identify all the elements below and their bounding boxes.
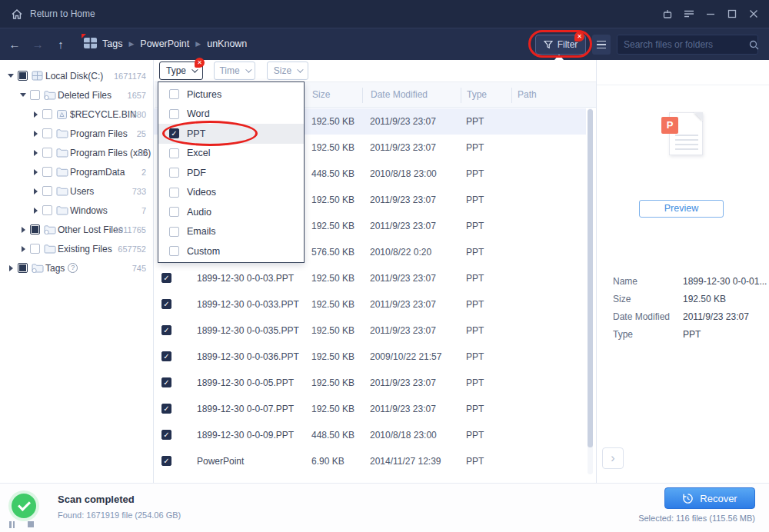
column-header-date-modified[interactable]: Date Modified [371, 89, 428, 100]
sidebar-item-tags[interactable]: Tags ? 745 [0, 258, 154, 278]
option-checkbox[interactable] [169, 227, 179, 237]
filter-clear-badge[interactable]: ✕ [574, 32, 584, 42]
filter-option-audio[interactable]: Audio [158, 202, 304, 222]
row-checkbox[interactable] [161, 456, 171, 466]
table-row[interactable]: 1899-12-30 0-0-09.PPT 448.50 KB 2010/8/1… [154, 422, 586, 448]
sidebar-item-program-files[interactable]: Program Files 25 [0, 124, 154, 143]
table-row[interactable]: 1899-12-30 0-0-03.PPT 192.50 KB 2011/9/2… [154, 265, 586, 291]
sidebar-item-deleted-files[interactable]: Deleted Files 1657 [0, 85, 154, 105]
sidebar-item-recycle-bin[interactable]: $RECYCLE.BIN 880 [0, 105, 154, 124]
breadcrumb-tags[interactable]: Tags [102, 38, 122, 49]
minimize-icon[interactable] [701, 5, 720, 23]
breadcrumb-unknown[interactable]: unKnown [207, 38, 247, 49]
size-filter-dropdown[interactable]: Size [267, 62, 308, 80]
table-row[interactable]: PowerPoint 6.90 KB 2014/11/27 12:39 PPT [154, 448, 586, 474]
option-checkbox[interactable] [169, 188, 179, 198]
sidebar-item-local-disk-c[interactable]: Local Disk(C:) 1671174 [0, 66, 154, 85]
column-header-type[interactable]: Type [467, 89, 487, 100]
table-row[interactable]: 1899-12-30 0-0-035.PPT 192.50 KB 2011/9/… [154, 318, 586, 344]
table-row[interactable]: 1899-12-30 0-0-05.PPT 192.50 KB 2011/9/2… [154, 370, 586, 396]
option-checkbox[interactable] [169, 128, 179, 138]
table-row[interactable]: 1899-12-30 0-0-036.PPT 192.50 KB 2009/10… [154, 344, 586, 370]
tree-checkbox[interactable] [18, 71, 28, 81]
expand-caret-icon[interactable] [31, 169, 40, 175]
tree-checkbox[interactable] [30, 224, 40, 234]
option-checkbox[interactable] [169, 109, 179, 119]
filter-option-custom[interactable]: Custom [158, 241, 304, 261]
expand-caret-icon[interactable] [18, 246, 28, 252]
option-checkbox[interactable] [169, 246, 179, 256]
expand-caret-icon[interactable] [31, 111, 40, 118]
tree-checkbox[interactable] [42, 148, 52, 158]
tree-checkbox[interactable] [42, 205, 52, 215]
sidebar-item-windows[interactable]: Windows 7 [0, 201, 154, 220]
sidebar-item-programdata[interactable]: ProgramData 2 [0, 162, 154, 181]
expand-caret-icon[interactable] [31, 131, 40, 137]
table-row[interactable]: 1899-12-30 0-0-033.PPT 192.50 KB 2011/9/… [154, 291, 586, 318]
time-filter-dropdown[interactable]: Time [214, 62, 255, 80]
tree-checkbox[interactable] [42, 186, 52, 196]
tree-checkbox[interactable] [42, 128, 52, 138]
next-page-button[interactable]: › [602, 447, 624, 469]
tree-checkbox[interactable] [42, 167, 52, 177]
pause-scan-icon[interactable] [9, 521, 15, 528]
filter-option-ppt[interactable]: PPT [158, 124, 304, 144]
collapse-caret-icon[interactable] [18, 93, 28, 97]
forward-arrow-icon[interactable]: → [29, 35, 46, 54]
filter-option-videos[interactable]: Videos [158, 183, 304, 203]
filter-option-emails[interactable]: Emails [158, 222, 304, 242]
menu-icon[interactable] [680, 5, 698, 23]
option-checkbox[interactable] [169, 207, 179, 217]
tree-checkbox[interactable] [30, 90, 40, 100]
maximize-icon[interactable] [723, 5, 741, 23]
selected-files-summary: Selected: 116 files (115.56 MB) [601, 514, 755, 523]
row-checkbox[interactable] [161, 351, 171, 361]
option-checkbox[interactable] [169, 148, 179, 158]
sidebar-item-existing-files[interactable]: Existing Files 657752 [0, 239, 154, 258]
return-home-button[interactable]: Return to Home [0, 8, 95, 20]
expand-caret-icon[interactable] [31, 208, 40, 214]
column-header-path[interactable]: Path [518, 89, 537, 100]
recover-button[interactable]: Recover [664, 487, 755, 509]
tree-label: ProgramData [70, 167, 125, 178]
stop-scan-icon[interactable] [28, 521, 34, 527]
search-input[interactable] [618, 39, 749, 50]
help-icon[interactable]: ? [68, 263, 78, 273]
row-checkbox[interactable] [161, 299, 171, 309]
column-header-size[interactable]: Size [312, 89, 330, 100]
preview-button[interactable]: Preview [639, 200, 724, 218]
breadcrumb-powerpoint[interactable]: PowerPoint [140, 38, 189, 49]
filter-option-pdf[interactable]: PDF [158, 163, 304, 183]
row-checkbox[interactable] [161, 377, 171, 387]
feedback-box-icon[interactable] [658, 5, 677, 23]
scrollbar-thumb[interactable] [588, 109, 593, 447]
row-checkbox[interactable] [161, 404, 171, 414]
expand-caret-icon[interactable] [31, 150, 40, 156]
option-checkbox[interactable] [169, 89, 179, 99]
search-icon[interactable] [749, 40, 765, 50]
sidebar-item-other-lost-files[interactable]: Other Lost Files 1011765 [0, 220, 154, 239]
option-checkbox[interactable] [169, 168, 179, 178]
close-icon[interactable] [744, 5, 763, 23]
row-checkbox[interactable] [161, 273, 171, 283]
sidebar-item-program-files-x86[interactable]: Program Files (x86) 10 [0, 143, 154, 162]
expand-caret-icon[interactable] [31, 188, 40, 195]
tree-checkbox[interactable] [30, 244, 40, 254]
filter-option-pictures[interactable]: Pictures [158, 85, 304, 105]
view-options-button[interactable] [592, 35, 611, 55]
table-row[interactable]: 1899-12-30 0-0-07.PPT 192.50 KB 2011/9/2… [154, 396, 586, 422]
tree-checkbox[interactable] [18, 263, 28, 273]
filter-option-excel[interactable]: Excel [158, 144, 304, 164]
filter-option-word[interactable]: Word [158, 105, 304, 125]
expand-caret-icon[interactable] [18, 227, 28, 233]
back-arrow-icon[interactable]: ← [6, 35, 23, 54]
up-arrow-icon[interactable]: ↑ [52, 35, 69, 54]
row-checkbox[interactable] [161, 325, 171, 335]
sidebar-item-users[interactable]: Users 733 [0, 181, 154, 201]
table-scrollbar[interactable] [588, 108, 593, 474]
tree-checkbox[interactable] [42, 109, 52, 119]
row-checkbox[interactable] [161, 430, 171, 440]
collapse-caret-icon[interactable] [6, 74, 15, 78]
type-filter-clear-badge[interactable]: ✕ [195, 58, 205, 68]
expand-caret-icon[interactable] [6, 265, 15, 271]
